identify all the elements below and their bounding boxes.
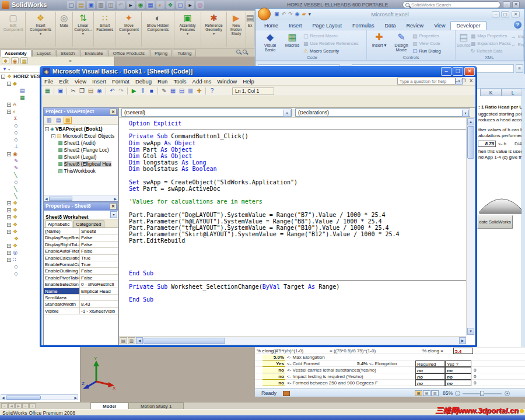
step-back-icon[interactable]: ◀ <box>8 403 15 408</box>
expand-icon[interactable]: + <box>7 201 11 205</box>
code-line[interactable]: Part.EditRebuild <box>129 237 466 244</box>
h-value-cell[interactable]: 8.75 <box>478 141 496 147</box>
property-row[interactable]: NameElliptical Head <box>44 288 118 295</box>
featuremanager-tree-icon[interactable]: ❖ <box>2 57 9 64</box>
sheet-row[interactable]: no <- Formed between 250 and 900 Degrees… <box>255 380 525 386</box>
input-cell[interactable]: 5.0% <box>262 355 285 360</box>
property-row[interactable]: EnableSelection0 - xlNoRestricti <box>44 281 118 288</box>
ribbon-tab-review[interactable]: Review <box>401 22 429 30</box>
ribbon-tab-data[interactable]: Data <box>380 22 401 30</box>
normal-view-button[interactable]: ▦ <box>415 390 422 396</box>
object-dropdown[interactable]: (General)▾ <box>121 108 292 117</box>
toolbar-button-edit-component[interactable]: ▢Edit Component <box>1 12 26 47</box>
toolbar-button-mate[interactable]: ◎Mate <box>56 12 73 47</box>
new-document-icon[interactable]: ▢ <box>67 1 75 9</box>
toolbar-button-assembly-features[interactable]: ▣Assembly Features▾ <box>174 12 201 47</box>
scroll-up-icon[interactable]: ▲ <box>467 118 474 125</box>
code-line[interactable] <box>129 264 466 270</box>
zoom-slider-thumb[interactable] <box>480 391 484 396</box>
vba-titlebar[interactable]: ◈ Microsoft Visual Basic - Book1 - [Shee… <box>40 66 477 77</box>
toolbar-button-linear-compon-[interactable]: ⇅Linear Compon...▾ <box>73 12 94 47</box>
mdi-window-buttons[interactable]: – ❐ ✕ <box>455 78 474 83</box>
code-line[interactable]: Private Sub CommandButton1_Click() <box>129 133 466 139</box>
property-row[interactable]: StandardWidth8.43 <box>44 301 118 307</box>
scroll-left-icon[interactable]: ◀ <box>136 337 143 344</box>
page-layout-view-button[interactable]: ▤ <box>423 390 430 396</box>
collapse-icon[interactable]: - <box>1 75 5 79</box>
vba-restore-button[interactable]: ❐ <box>453 67 463 76</box>
result-cell[interactable]: 5.4 <box>453 348 473 354</box>
scroll-left-icon[interactable]: ◀ <box>2 396 5 400</box>
propertymanager-icon[interactable]: ◉ <box>11 57 19 64</box>
menu-view[interactable]: View <box>72 78 89 85</box>
button-insert[interactable]: ✚Insert ▾ <box>368 32 390 54</box>
play-icon[interactable]: ▶ <box>15 403 22 408</box>
ribbon-tab-view[interactable]: View <box>429 22 450 30</box>
print-preview-icon[interactable]: ◫ <box>107 1 115 9</box>
scroll-right-icon[interactable]: ▶ <box>459 337 466 344</box>
button-run-dialog[interactable]: ▢Run Dialog <box>412 47 441 54</box>
code-line[interactable]: Option Explicit <box>129 120 466 127</box>
full-module-view-button[interactable]: ▥ <box>128 337 135 344</box>
help-button[interactable]: ? <box>514 21 522 29</box>
undo-icon[interactable]: ↶ <box>108 87 117 95</box>
vba-minimize-button[interactable]: – <box>441 67 452 76</box>
column-header-l[interactable]: L <box>502 89 524 96</box>
tab-evaluate[interactable]: Evaluate <box>80 50 107 57</box>
sheet-row[interactable]: 5.0% <- Max Elongation <box>255 354 525 360</box>
toolbar-button-smart-fasteners[interactable]: ∷Smart Fasteners <box>94 12 116 47</box>
reset-icon[interactable]: ■ <box>147 87 156 95</box>
code-line[interactable] <box>129 192 466 198</box>
object-selector[interactable]: Sheet8 Worksheet ▾ <box>44 211 118 219</box>
paste-icon[interactable]: ▤ <box>86 87 95 95</box>
procedure-dropdown[interactable]: (Declarations)▾ <box>295 108 470 117</box>
button-source[interactable]: ▤Source <box>457 32 471 54</box>
forward-icon[interactable]: » <box>22 403 29 408</box>
collapse-icon[interactable]: - <box>45 127 49 131</box>
vba-close-button[interactable]: ✕ <box>464 67 475 76</box>
property-row[interactable]: Visible-1 - xlSheetVisib <box>44 308 118 314</box>
object-browser-icon[interactable]: ▥ <box>186 87 195 95</box>
collapse-icon[interactable]: - <box>7 82 11 86</box>
expand-icon[interactable]: + <box>7 208 11 212</box>
project-tree-item[interactable]: ▦Sheet2 (Flange Loc) <box>44 146 118 153</box>
find-icon[interactable]: ◉ <box>95 87 104 95</box>
expand-icon[interactable]: + <box>7 152 11 156</box>
code-line[interactable]: Part.Parameter("h@LAYOUT").SystemValue =… <box>129 218 466 225</box>
toolbar-button-reference-geometry[interactable]: ✱Reference Geometry▾ <box>201 12 227 47</box>
page-break-view-button[interactable]: ▥ <box>431 390 439 396</box>
cut-icon[interactable]: ✂ <box>69 87 78 95</box>
scrollbar-thumb[interactable] <box>6 396 41 400</box>
code-line[interactable] <box>129 257 466 264</box>
help-question-input[interactable]: Type a question for help <box>397 78 456 85</box>
code-line[interactable]: Part.Parameter("Do@LAYOUT").SystemValue … <box>129 212 466 218</box>
scroll-right-icon[interactable]: ▶ <box>114 197 117 201</box>
code-line[interactable] <box>129 251 466 257</box>
solidworks-search-box[interactable]: SolidWorks Search <box>402 1 501 8</box>
project-tree-item[interactable]: ▦Sheet8 (Elliptical Hea <box>44 160 118 167</box>
menu-format[interactable]: Format <box>109 78 132 85</box>
code-vertical-scrollbar[interactable]: ▲ ▼ <box>466 118 475 335</box>
undo-icon[interactable]: ↶ <box>117 1 125 9</box>
property-row[interactable]: (Name)Sheet8 <box>44 228 118 235</box>
property-row[interactable]: ScrollArea <box>44 295 118 301</box>
open-icon[interactable]: ▤ <box>77 1 85 9</box>
macro-record-icon[interactable] <box>283 391 290 396</box>
expand-icon[interactable]: + <box>7 258 11 262</box>
button-record-macro[interactable]: ▢Record Macro <box>303 33 358 40</box>
ribbon-tab-formulas[interactable]: Formulas <box>347 22 380 30</box>
expand-icon[interactable]: + <box>7 103 11 107</box>
menu-file[interactable]: File <box>41 78 56 85</box>
button-refresh-data[interactable]: ↻Refresh Data <box>471 47 511 54</box>
code-line[interactable]: Set Part = swApp.ActiveDoc <box>129 186 466 192</box>
color-appearance-icon[interactable]: ◐ <box>156 1 164 9</box>
code-line[interactable] <box>129 173 466 179</box>
toolbar-button-insert-components[interactable]: ❖Insert Components▾ <box>26 12 56 47</box>
button-import[interactable]: →Import <box>511 33 525 40</box>
button-properties[interactable]: ▤Properties <box>412 33 441 40</box>
menu-debug[interactable]: Debug <box>132 78 155 85</box>
cell[interactable]: no <box>445 373 471 380</box>
zoom-in-button[interactable]: + <box>505 391 510 396</box>
procedure-view-button[interactable]: ▤ <box>120 337 127 344</box>
project-explorer-icon[interactable]: ▦ <box>169 87 177 95</box>
